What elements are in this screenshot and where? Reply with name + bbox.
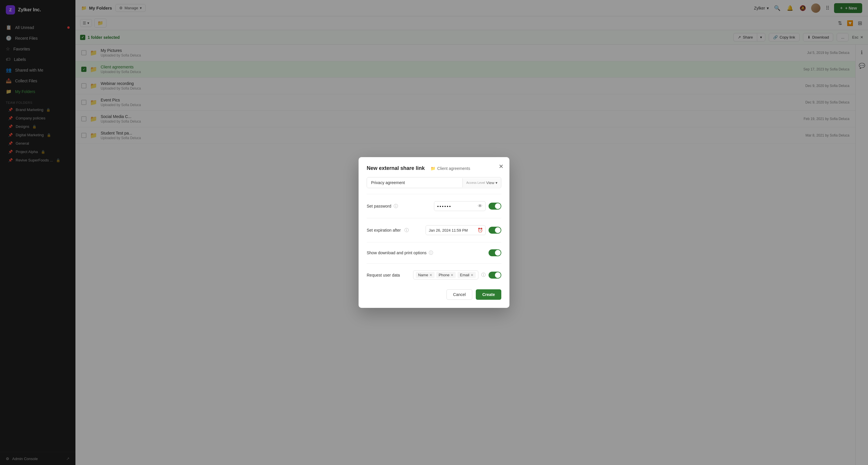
download-label: Show download and print options ⓘ [367, 250, 485, 256]
modal-subtitle: 📁 Client agreements [431, 166, 470, 171]
access-level-select[interactable]: Access Level View ▾ [462, 178, 501, 187]
download-row: Show download and print options ⓘ [367, 246, 501, 259]
access-level-value: View [486, 180, 494, 185]
modal-folder-name: Client agreements [437, 166, 470, 171]
modal-close-button[interactable]: ✕ [499, 163, 504, 170]
new-share-link-modal: New external share link 📁 Client agreeme… [359, 157, 509, 308]
user-data-toggle[interactable] [489, 272, 501, 278]
expiration-info-icon[interactable]: ⓘ [404, 228, 409, 233]
download-info-icon[interactable]: ⓘ [429, 250, 433, 256]
create-button[interactable]: Create [476, 289, 501, 300]
tag-email: Email ✕ [458, 272, 476, 278]
expiration-control: ⏰ [426, 225, 501, 235]
tag-label: Email [460, 273, 469, 277]
download-toggle[interactable] [489, 249, 501, 256]
modal-overlay: New external share link 📁 Client agreeme… [0, 0, 868, 465]
calendar-icon[interactable]: ⏰ [475, 226, 485, 235]
modal-folder-icon: 📁 [431, 166, 435, 171]
user-data-tags: Name ✕ Phone ✕ Email ✕ [413, 270, 478, 279]
tag-name: Name ✕ [416, 272, 435, 278]
user-data-control: Name ✕ Phone ✕ Email ✕ ⓘ [413, 270, 501, 279]
password-control: 👁 [434, 201, 501, 211]
show-password-icon[interactable]: 👁 [475, 201, 485, 211]
cancel-button[interactable]: Cancel [446, 289, 473, 300]
user-data-label: Request user data [367, 273, 409, 277]
user-data-info-icon[interactable]: ⓘ [481, 272, 486, 278]
share-link-name-input[interactable] [367, 177, 462, 188]
tag-label: Name [418, 273, 428, 277]
access-level-label: Access Level [466, 181, 485, 185]
modal-header: New external share link 📁 Client agreeme… [367, 165, 501, 171]
password-info-icon[interactable]: ⓘ [394, 203, 398, 209]
user-data-row: Request user data Name ✕ Phone ✕ Email ✕ [367, 268, 501, 283]
password-toggle[interactable] [489, 203, 501, 209]
tag-phone: Phone ✕ [436, 272, 456, 278]
download-control [489, 249, 501, 256]
date-input-wrap: ⏰ [426, 225, 486, 235]
password-input-wrap: 👁 [434, 201, 486, 211]
remove-phone-tag-button[interactable]: ✕ [451, 273, 454, 277]
modal-footer: Cancel Create [367, 289, 501, 300]
chevron-down-icon: ▾ [496, 180, 498, 185]
remove-email-tag-button[interactable]: ✕ [470, 273, 473, 277]
modal-title: New external share link [367, 165, 425, 171]
share-link-input-row: Access Level View ▾ [367, 177, 501, 188]
expiration-label: Set expiration after ⓘ [367, 228, 422, 233]
tag-label: Phone [439, 273, 450, 277]
expiration-date-input[interactable] [426, 226, 475, 235]
expiration-toggle[interactable] [489, 227, 501, 234]
password-label: Set password ⓘ [367, 203, 430, 209]
expiration-row: Set expiration after ⓘ ⏰ [367, 222, 501, 238]
remove-name-tag-button[interactable]: ✕ [429, 273, 432, 277]
password-row: Set password ⓘ 👁 [367, 198, 501, 214]
password-input[interactable] [434, 202, 475, 211]
